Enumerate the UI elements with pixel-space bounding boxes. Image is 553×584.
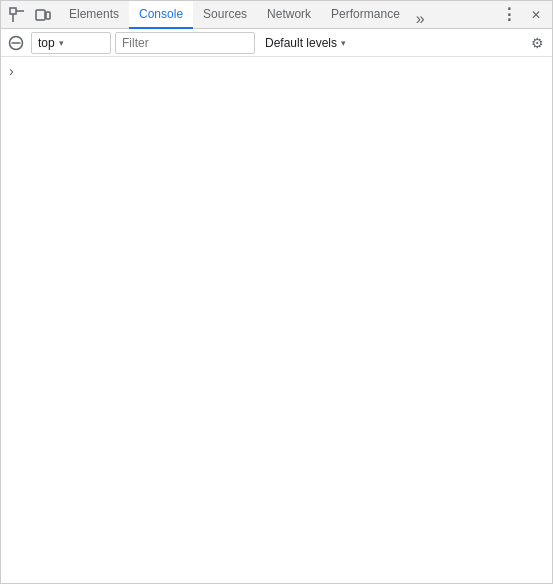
tab-console[interactable]: Console [129, 1, 193, 29]
tabs-overflow-button[interactable]: » [410, 10, 431, 28]
gear-icon: ⚙ [531, 35, 544, 51]
svg-rect-4 [46, 12, 50, 19]
log-levels-selector[interactable]: Default levels ▾ [259, 32, 352, 54]
tab-sources-label: Sources [203, 7, 247, 21]
tabs-overflow-icon: » [416, 10, 425, 28]
tab-bar-end: ⋮ ✕ [496, 3, 548, 27]
console-output: › [1, 57, 552, 584]
console-expand-arrow[interactable]: › [9, 63, 14, 79]
levels-chevron-icon: ▾ [341, 38, 346, 48]
inspect-icon-button[interactable] [5, 3, 29, 27]
close-devtools-button[interactable]: ✕ [524, 3, 548, 27]
three-dots-icon: ⋮ [501, 5, 516, 24]
no-entry-icon [8, 35, 24, 51]
console-settings-button[interactable]: ⚙ [526, 32, 548, 54]
tab-elements-label: Elements [69, 7, 119, 21]
tab-network-label: Network [267, 7, 311, 21]
console-toolbar: top ▾ Default levels ▾ ⚙ [1, 29, 552, 57]
filter-input[interactable] [115, 32, 255, 54]
tab-elements[interactable]: Elements [59, 1, 129, 29]
svg-rect-0 [10, 8, 16, 14]
tab-bar-icon-group [5, 3, 55, 27]
three-dots-menu-button[interactable]: ⋮ [496, 3, 520, 27]
device-icon [35, 7, 51, 23]
context-value: top [38, 36, 55, 50]
svg-rect-3 [36, 10, 45, 20]
levels-label: Default levels [265, 36, 337, 50]
tab-console-label: Console [139, 7, 183, 21]
tabs-container: Elements Console Sources Network Perform… [59, 1, 496, 28]
tab-sources[interactable]: Sources [193, 1, 257, 29]
context-selector[interactable]: top ▾ [31, 32, 111, 54]
close-icon: ✕ [531, 8, 541, 22]
clear-console-button[interactable] [5, 32, 27, 54]
tab-performance-label: Performance [331, 7, 400, 21]
inspect-icon [9, 7, 25, 23]
tab-bar: Elements Console Sources Network Perform… [1, 1, 552, 29]
tab-network[interactable]: Network [257, 1, 321, 29]
tab-performance[interactable]: Performance [321, 1, 410, 29]
device-toggle-button[interactable] [31, 3, 55, 27]
context-chevron-icon: ▾ [59, 38, 64, 48]
